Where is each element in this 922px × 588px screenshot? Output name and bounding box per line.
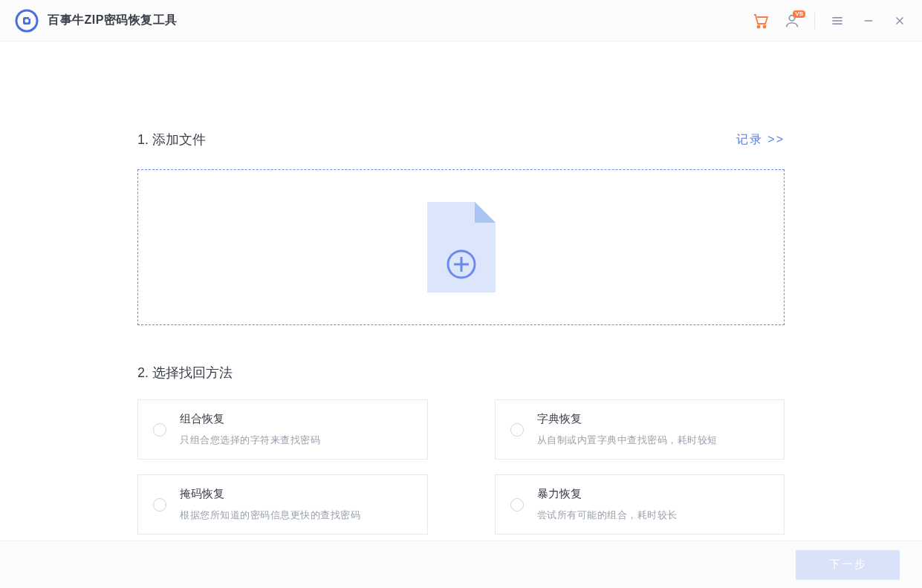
main-content: 1. 添加文件 记录 >> 2. 选择找回方法 组合恢复 只组合您选择的字符来查… xyxy=(0,42,922,535)
titlebar-actions: VS xyxy=(752,12,909,30)
radio-icon xyxy=(510,498,524,512)
method-desc: 从自制或内置字典中查找密码，耗时较短 xyxy=(537,434,718,447)
radio-icon xyxy=(153,423,166,437)
method-combination[interactable]: 组合恢复 只组合您选择的字符来查找密码 xyxy=(137,399,428,460)
methods-grid: 组合恢复 只组合您选择的字符来查找密码 字典恢复 从自制或内置字典中查找密码，耗… xyxy=(137,399,785,535)
divider xyxy=(814,13,815,29)
method-title: 组合恢复 xyxy=(180,412,320,426)
file-dropzone[interactable] xyxy=(137,169,785,325)
add-file-title: 1. 添加文件 xyxy=(137,131,206,148)
method-mask[interactable]: 掩码恢复 根据您所知道的密码信息更快的查找密码 xyxy=(137,474,428,535)
logo-wrap: 百事牛ZIP密码恢复工具 xyxy=(15,9,178,33)
radio-icon xyxy=(153,498,166,512)
svg-point-5 xyxy=(764,25,766,27)
method-title: 字典恢复 xyxy=(537,412,718,426)
account-icon[interactable]: VS xyxy=(783,12,801,30)
svg-point-2 xyxy=(25,19,29,22)
footer: 下一步 xyxy=(0,540,922,588)
titlebar: 百事牛ZIP密码恢复工具 VS xyxy=(0,0,922,42)
file-add-icon xyxy=(426,200,497,294)
method-desc: 只组合您选择的字符来查找密码 xyxy=(180,434,320,447)
svg-point-4 xyxy=(758,25,760,27)
svg-point-3 xyxy=(29,16,30,18)
records-link[interactable]: 记录 >> xyxy=(736,132,785,148)
menu-icon[interactable] xyxy=(828,12,846,30)
radio-icon xyxy=(510,423,524,437)
method-desc: 根据您所知道的密码信息更快的查找密码 xyxy=(180,509,360,522)
next-button[interactable]: 下一步 xyxy=(796,550,900,580)
section-1-header: 1. 添加文件 记录 >> xyxy=(137,131,785,148)
method-title: 暴力恢复 xyxy=(537,487,678,501)
method-desc: 尝试所有可能的组合，耗时较长 xyxy=(537,509,678,522)
app-logo-icon xyxy=(15,9,39,33)
method-title: 掩码恢复 xyxy=(180,487,360,501)
select-method-title: 2. 选择找回方法 xyxy=(137,364,785,382)
method-bruteforce[interactable]: 暴力恢复 尝试所有可能的组合，耗时较长 xyxy=(495,474,785,535)
cart-icon[interactable] xyxy=(752,12,770,30)
method-dictionary[interactable]: 字典恢复 从自制或内置字典中查找密码，耗时较短 xyxy=(495,399,785,460)
close-icon[interactable] xyxy=(891,12,909,30)
account-badge: VS xyxy=(793,10,805,18)
app-title: 百事牛ZIP密码恢复工具 xyxy=(48,13,178,28)
minimize-icon[interactable] xyxy=(860,12,877,30)
